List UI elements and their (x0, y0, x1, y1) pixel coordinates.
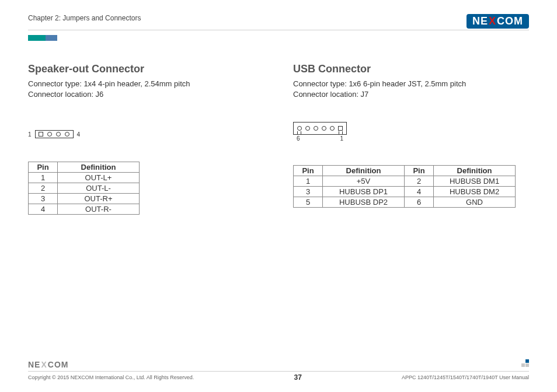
pin-3-icon (56, 132, 61, 136)
pin-icon (322, 126, 326, 131)
pin-4-icon (65, 132, 69, 136)
table-row: 1OUT-L+ (29, 173, 140, 183)
copyright-text: Copyright © 2015 NEXCOM International Co… (28, 374, 194, 380)
usb-location: Connector location: J7 (293, 89, 529, 100)
section-marker (28, 33, 529, 43)
usb-title: USB Connector (293, 63, 529, 75)
table-row: Pin Definition (29, 162, 140, 173)
speaker-title: Speaker-out Connector (28, 63, 264, 75)
usb-connector-section: USB Connector Connector type: 1x6 6-pin … (293, 63, 529, 215)
footer-logo: NEXCOM (28, 360, 68, 369)
page-number: 37 (294, 373, 301, 382)
table-row: 1+5V 2HUBUSB DM1 (294, 176, 516, 187)
manual-name: APPC 1240T/1245T/1540T/1740T/1940T User … (402, 374, 529, 380)
speaker-connector-section: Speaker-out Connector Connector type: 1x… (28, 63, 264, 215)
speaker-location: Connector location: J6 (28, 89, 264, 100)
speaker-type: Connector type: 1x4 4-pin header, 2.54mm… (28, 79, 264, 89)
usb-diagram: 6 1 (293, 122, 529, 142)
pin-icon (297, 126, 302, 131)
pin-icon (330, 126, 335, 131)
pin-2-icon (47, 132, 52, 136)
speaker-pin-table: Pin Definition 1OUT-L+ 2OUT-L- 3OUT-R+ 4… (28, 162, 140, 215)
table-row: 4OUT-R- (29, 204, 140, 215)
table-row: 3HUBUSB DP1 4HUBUSB DM2 (294, 187, 516, 197)
table-row: 2OUT-L- (29, 183, 140, 194)
usb-pin-table: Pin Definition Pin Definition 1+5V 2HUBU… (293, 165, 516, 208)
table-row: 3OUT-R+ (29, 194, 140, 204)
pin-icon (314, 126, 318, 131)
speaker-diagram: 1 4 (28, 130, 264, 138)
header-logo: NEXCOM (467, 14, 529, 29)
usb-type: Connector type: 1x6 6-pin header JST, 2.… (293, 79, 529, 89)
pin-1-icon (39, 132, 43, 136)
table-row: Pin Definition Pin Definition (294, 166, 516, 176)
pin-icon (305, 126, 310, 131)
chapter-label: Chapter 2: Jumpers and Connectors (28, 14, 141, 22)
table-row: 5HUBUSB DP2 6GND (294, 197, 516, 208)
pin-1-icon (338, 126, 343, 131)
